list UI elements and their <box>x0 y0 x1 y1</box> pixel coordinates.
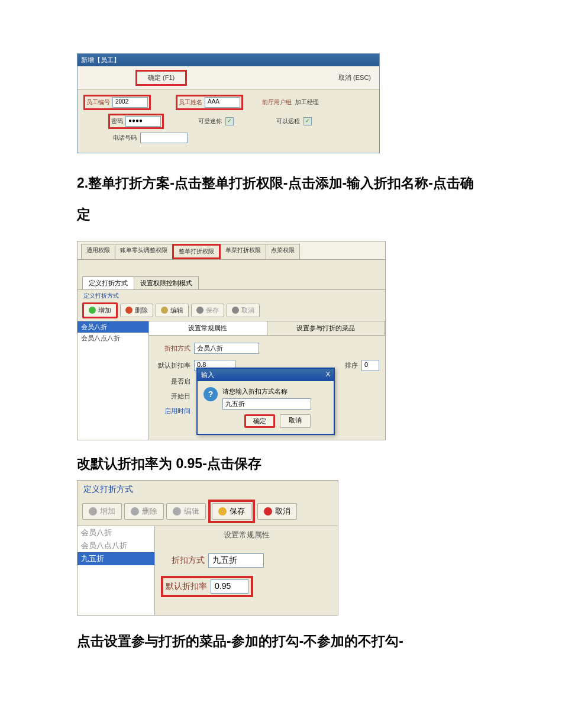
cancel-icon <box>264 507 272 516</box>
step-rate-heading: 改默认折扣率为 0.95-点击保存 <box>77 455 485 473</box>
tab-order[interactable]: 点菜权限 <box>266 244 300 259</box>
list-item[interactable]: 会员八折 <box>77 321 148 333</box>
close-icon[interactable]: X <box>326 371 330 379</box>
add-button[interactable]: 增加 <box>82 503 122 520</box>
permission-tabs: 通用权限 账单零头调整权限 整单打折权限 单菜打折权限 点菜权限 <box>77 241 385 260</box>
can-remote-label: 可以远程 <box>276 117 300 125</box>
edit-button[interactable]: 编辑 <box>166 503 206 520</box>
delete-button[interactable]: 删除 <box>120 304 153 317</box>
panel-title: 定义打折方式 <box>77 481 338 497</box>
edit-toolbar: 增加 删除 编辑 保存 取消 <box>77 497 338 526</box>
group-label: 定义打折方式 <box>77 290 385 300</box>
dialog-toolbar: 确定 (F1) 取消 (ESC) <box>77 66 379 90</box>
cancel-icon <box>232 307 239 314</box>
save-rate-screenshot: 定义打折方式 增加 删除 编辑 保存 取消 会员八折 会员八点八折 九五折 设置… <box>77 480 338 616</box>
discount-type-label: 折扣方式 <box>155 344 190 353</box>
phone-label: 电话号码 <box>113 134 137 142</box>
discount-type-label: 折扣方式 <box>161 555 205 566</box>
edit-button[interactable]: 编辑 <box>156 304 189 317</box>
tab-general[interactable]: 通用权限 <box>81 244 115 259</box>
window-title: 新增【员工】 <box>77 54 379 66</box>
front-user-value: 加工经理 <box>295 98 319 107</box>
dialog-message: 请您输入折扣方式名称 <box>222 387 328 396</box>
add-icon <box>89 307 96 314</box>
dialog-ok-button[interactable]: 确定 <box>244 414 275 428</box>
add-icon <box>89 507 97 516</box>
ok-button-highlight: 确定 (F1) <box>135 70 187 86</box>
list-item[interactable]: 会员八点八折 <box>77 539 154 552</box>
rate-highlight: 默认折扣率 0.95 <box>161 576 253 597</box>
discount-type-field[interactable]: 会员八折 <box>194 343 259 354</box>
cancel-button[interactable]: 取消 (ESC) <box>338 73 374 82</box>
default-rate-label: 默认折扣率 <box>166 581 207 592</box>
can-mix-checkbox[interactable]: ✓ <box>225 117 234 125</box>
save-button[interactable]: 保存 <box>212 503 251 520</box>
edit-icon <box>173 507 181 516</box>
can-remote-checkbox[interactable]: ✓ <box>303 117 312 125</box>
enable-time-label: 启用时间 <box>155 407 190 415</box>
emp-name-highlight: 员工姓名 AAA <box>176 95 243 110</box>
sort-field[interactable]: 0 <box>361 360 379 371</box>
edit-toolbar: 增加 删除 编辑 保存 取消 <box>77 300 385 321</box>
proptab-dishes[interactable]: 设置参与打折的菜品 <box>267 321 386 335</box>
sub-tabs: 定义打折方式 设置权限控制模式 <box>77 276 385 290</box>
save-highlight: 保存 <box>208 500 255 523</box>
tab-full-discount[interactable]: 整单打折权限 <box>172 244 221 259</box>
list-item[interactable]: 九五折 <box>77 552 154 565</box>
question-icon: ? <box>204 387 218 401</box>
emp-id-field[interactable]: 2002 <box>112 97 148 108</box>
delete-icon <box>131 507 139 516</box>
add-button[interactable]: 增加 <box>82 302 118 318</box>
enable-label: 是否启 <box>155 377 190 386</box>
discount-type-field[interactable]: 九五折 <box>208 553 264 568</box>
save-icon <box>218 507 227 516</box>
scheme-list[interactable]: 会员八折 会员八点八折 九五折 <box>77 526 155 615</box>
employee-form-screenshot: 新增【员工】 确定 (F1) 取消 (ESC) 员工编号 2002 员工姓名 A… <box>77 53 380 153</box>
list-item[interactable]: 会员八折 <box>77 526 154 539</box>
pwd-highlight: 密码 ●●●● <box>108 114 164 129</box>
emp-name-label: 员工姓名 <box>179 98 202 107</box>
pwd-label: 密码 <box>111 117 123 125</box>
pwd-field[interactable]: ●●●● <box>125 116 161 127</box>
sort-label: 排序 <box>345 361 358 370</box>
cancel-button[interactable]: 取消 <box>257 503 297 520</box>
emp-id-label: 员工编号 <box>86 98 110 107</box>
edit-icon <box>161 307 168 314</box>
input-dialog: 输入 X ? 请您输入折扣方式名称 九五折 确定 取消 <box>196 368 335 435</box>
emp-id-highlight: 员工编号 2002 <box>83 95 151 110</box>
start-date-label: 开始日 <box>155 392 190 401</box>
dialog-title: 输入 <box>201 371 214 379</box>
default-rate-field[interactable]: 0.95 <box>211 579 248 594</box>
list-item[interactable]: 会员八点八折 <box>77 333 148 344</box>
delete-button[interactable]: 删除 <box>124 503 164 520</box>
discount-scheme-screenshot: 通用权限 账单零头调整权限 整单打折权限 单菜打折权限 点菜权限 定义打折方式 … <box>77 241 386 440</box>
dialog-cancel-button[interactable]: 取消 <box>280 414 311 428</box>
step-2-heading: 2.整单打折方案-点击整单打折权限-点击添加-输入折扣名称-点击确定 <box>77 167 485 230</box>
delete-icon <box>125 307 133 314</box>
default-rate-label: 默认折扣率 <box>155 361 190 370</box>
subtab-control[interactable]: 设置权限控制模式 <box>134 276 199 289</box>
save-icon <box>196 307 204 314</box>
front-user-label: 前厅用户组 <box>262 98 292 107</box>
tab-item-discount[interactable]: 单菜打折权限 <box>220 244 266 259</box>
subtab-define[interactable]: 定义打折方式 <box>82 276 134 289</box>
step-dishes-heading: 点击设置参与打折的菜品-参加的打勾-不参加的不打勾- <box>77 632 485 650</box>
cancel-button[interactable]: 取消 <box>227 304 260 317</box>
scheme-list[interactable]: 会员八折 会员八点八折 <box>77 321 149 440</box>
phone-field[interactable] <box>140 133 188 143</box>
proptab-general[interactable]: 设置常规属性 <box>161 530 332 545</box>
can-mix-label: 可登迷你 <box>198 117 222 125</box>
save-button[interactable]: 保存 <box>191 304 224 317</box>
emp-name-field[interactable]: AAA <box>205 97 240 108</box>
dialog-input[interactable]: 九五折 <box>222 398 311 410</box>
tab-bill-adjust[interactable]: 账单零头调整权限 <box>115 244 173 259</box>
ok-button[interactable]: 确定 (F1) <box>148 74 175 81</box>
proptab-general[interactable]: 设置常规属性 <box>149 321 267 335</box>
